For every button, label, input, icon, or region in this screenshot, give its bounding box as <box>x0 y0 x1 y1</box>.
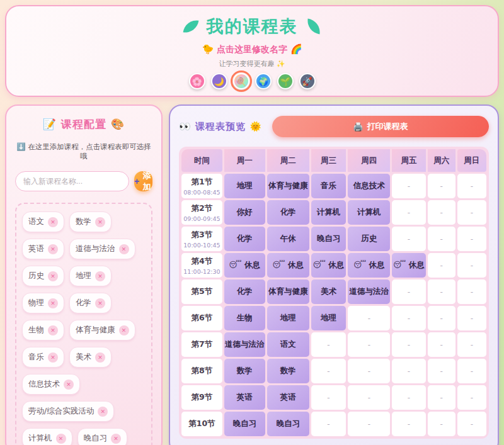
course-cell[interactable]: 😴 休息 <box>392 253 425 278</box>
course-cell[interactable]: 晚自习 <box>224 412 265 436</box>
course-tag[interactable]: 生物 ✕ <box>22 320 64 341</box>
empty-slot-cell[interactable]: - <box>428 332 455 357</box>
empty-slot-cell[interactable]: - <box>392 306 425 330</box>
course-cell[interactable]: 😴 休息 <box>224 253 265 278</box>
empty-slot-cell[interactable]: - <box>348 412 390 436</box>
empty-slot-cell[interactable]: - <box>311 385 346 410</box>
course-cell[interactable]: 地理 <box>267 306 309 330</box>
empty-slot-cell[interactable]: - <box>457 359 486 383</box>
course-cell[interactable]: 历史 <box>348 227 390 251</box>
course-cell[interactable]: 化学 <box>224 279 265 304</box>
edit-name-link[interactable]: 🐤 点击这里修改名字 🌈 <box>13 43 491 55</box>
empty-slot-cell[interactable]: - <box>428 174 455 198</box>
remove-course-icon[interactable]: ✕ <box>98 407 108 417</box>
course-cell[interactable]: 晚自习 <box>311 227 346 251</box>
theme-button-candy[interactable]: 🍭 <box>233 73 249 89</box>
empty-slot-cell[interactable]: - <box>348 306 390 330</box>
course-cell[interactable]: 😴 休息 <box>348 253 390 278</box>
course-tag[interactable]: 劳动/综合实践活动 ✕ <box>22 401 114 422</box>
course-cell[interactable]: 语文 <box>267 332 309 357</box>
empty-slot-cell[interactable]: - <box>392 332 425 357</box>
empty-slot-cell[interactable]: - <box>457 227 486 251</box>
empty-slot-cell[interactable]: - <box>392 279 425 304</box>
empty-slot-cell[interactable]: - <box>457 385 486 410</box>
course-cell[interactable]: 道德与法治 <box>348 279 390 304</box>
course-tag[interactable]: 信息技术 ✕ <box>22 374 80 395</box>
empty-slot-cell[interactable]: - <box>457 306 486 330</box>
remove-course-icon[interactable]: ✕ <box>95 217 105 227</box>
empty-slot-cell[interactable]: - <box>348 385 390 410</box>
course-cell[interactable]: 英语 <box>267 385 309 410</box>
course-tag[interactable]: 化学 ✕ <box>69 293 112 313</box>
remove-course-icon[interactable]: ✕ <box>48 325 58 335</box>
course-cell[interactable]: 英语 <box>224 385 265 410</box>
empty-slot-cell[interactable]: - <box>392 174 425 198</box>
remove-course-icon[interactable]: ✕ <box>56 434 66 444</box>
course-tag[interactable]: 音乐 ✕ <box>22 347 64 368</box>
empty-slot-cell[interactable]: - <box>392 385 425 410</box>
empty-slot-cell[interactable]: - <box>311 412 346 436</box>
course-cell[interactable]: 😴 休息 <box>267 253 309 278</box>
course-tag[interactable]: 历史 ✕ <box>22 266 64 286</box>
remove-course-icon[interactable]: ✕ <box>48 352 58 363</box>
course-tag[interactable]: 物理 ✕ <box>22 293 64 313</box>
course-tag[interactable]: 体育与健康 ✕ <box>69 320 135 341</box>
theme-button-rocket[interactable]: 🚀 <box>299 73 316 89</box>
course-cell[interactable]: 体育与健康 <box>267 174 309 198</box>
remove-course-icon[interactable]: ✕ <box>48 298 58 308</box>
course-cell[interactable]: 地理 <box>311 306 346 330</box>
course-tag[interactable]: 英语 ✕ <box>22 239 64 259</box>
course-cell[interactable]: 计算机 <box>311 200 346 225</box>
new-course-input[interactable] <box>15 171 129 191</box>
course-cell[interactable]: 体育与健康 <box>267 279 309 304</box>
empty-slot-cell[interactable]: - <box>457 200 486 225</box>
empty-slot-cell[interactable]: - <box>457 253 486 278</box>
remove-course-icon[interactable]: ✕ <box>95 352 105 363</box>
course-tag[interactable]: 地理 ✕ <box>69 266 112 286</box>
course-cell[interactable]: 计算机 <box>348 200 390 225</box>
course-cell[interactable]: 化学 <box>224 227 265 251</box>
course-tag[interactable]: 道德与法治 ✕ <box>69 239 135 259</box>
course-cell[interactable]: 化学 <box>267 200 309 225</box>
remove-course-icon[interactable]: ✕ <box>119 325 129 335</box>
course-cell[interactable]: 😴 休息 <box>311 253 346 278</box>
empty-slot-cell[interactable]: - <box>428 253 455 278</box>
course-cell[interactable]: 信息技术 <box>348 174 390 198</box>
empty-slot-cell[interactable]: - <box>348 332 390 357</box>
add-course-button[interactable]: + 添加 <box>134 171 152 191</box>
remove-course-icon[interactable]: ✕ <box>111 434 121 444</box>
theme-button-moon[interactable]: 🌙 <box>211 73 227 89</box>
remove-course-icon[interactable]: ✕ <box>48 244 58 254</box>
empty-slot-cell[interactable]: - <box>392 227 425 251</box>
course-cell[interactable]: 道德与法治 <box>224 332 265 357</box>
empty-slot-cell[interactable]: - <box>428 227 455 251</box>
course-cell[interactable]: 数学 <box>267 359 309 383</box>
empty-slot-cell[interactable]: - <box>428 306 455 330</box>
empty-slot-cell[interactable]: - <box>457 412 486 436</box>
course-tag[interactable]: 晚自习 ✕ <box>77 428 128 445</box>
empty-slot-cell[interactable]: - <box>311 332 346 357</box>
empty-slot-cell[interactable]: - <box>457 279 486 304</box>
theme-button-plant[interactable]: 🌱 <box>277 73 294 89</box>
empty-slot-cell[interactable]: - <box>457 332 486 357</box>
empty-slot-cell[interactable]: - <box>428 412 455 436</box>
theme-button-sakura[interactable]: 🌸 <box>189 73 205 89</box>
remove-course-icon[interactable]: ✕ <box>48 217 58 227</box>
course-cell[interactable]: 生物 <box>224 306 265 330</box>
remove-course-icon[interactable]: ✕ <box>48 271 58 281</box>
empty-slot-cell[interactable]: - <box>428 200 455 225</box>
empty-slot-cell[interactable]: - <box>392 412 425 436</box>
course-cell[interactable]: 午休 <box>267 227 309 251</box>
empty-slot-cell[interactable]: - <box>311 359 346 383</box>
course-cell[interactable]: 地理 <box>224 174 265 198</box>
course-tag[interactable]: 计算机 ✕ <box>22 428 72 445</box>
empty-slot-cell[interactable]: - <box>428 359 455 383</box>
print-schedule-button[interactable]: 🖨️ 打印课程表 <box>272 116 489 137</box>
empty-slot-cell[interactable]: - <box>457 174 486 198</box>
remove-course-icon[interactable]: ✕ <box>119 244 129 254</box>
empty-slot-cell[interactable]: - <box>392 359 425 383</box>
empty-slot-cell[interactable]: - <box>428 385 455 410</box>
remove-course-icon[interactable]: ✕ <box>95 271 105 281</box>
course-tag[interactable]: 美术 ✕ <box>69 347 112 368</box>
course-cell[interactable]: 你好 <box>224 200 265 225</box>
